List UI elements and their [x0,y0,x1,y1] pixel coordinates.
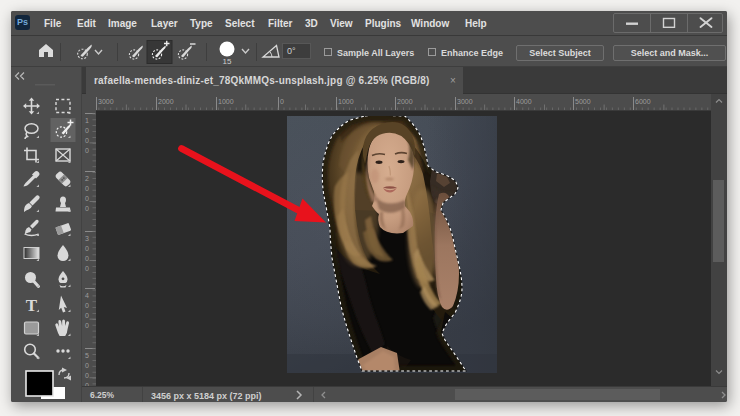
svg-text:0: 0 [85,185,89,192]
svg-text:3: 3 [85,235,89,242]
svg-text:0: 0 [85,322,89,329]
svg-text:1000: 1000 [338,98,354,105]
svg-text:0: 0 [85,205,89,212]
svg-text:0: 0 [85,245,89,252]
svg-text:0: 0 [85,195,89,202]
svg-text:0: 0 [85,255,89,262]
svg-text:0: 0 [85,302,89,309]
svg-text:0: 0 [85,127,89,134]
svg-text:0: 0 [280,98,284,105]
svg-text:4000: 4000 [516,98,532,105]
svg-text:2000: 2000 [397,98,413,105]
svg-text:6000: 6000 [635,98,651,105]
svg-text:0: 0 [85,137,89,144]
svg-text:3000: 3000 [457,98,473,105]
svg-text:5000: 5000 [575,98,591,105]
svg-text:3000: 3000 [98,98,114,105]
svg-text:1000: 1000 [218,98,234,105]
svg-text:0: 0 [85,147,89,154]
svg-text:0: 0 [85,265,89,272]
svg-text:2000: 2000 [158,98,174,105]
svg-text:0: 0 [85,362,89,369]
svg-text:2: 2 [85,175,89,182]
svg-text:1: 1 [85,117,89,124]
svg-text:0: 0 [85,312,89,319]
svg-text:0: 0 [85,372,89,379]
svg-text:5: 5 [85,352,89,359]
svg-text:15: 15 [223,57,232,66]
svg-text:4: 4 [85,292,89,299]
svg-text:T: T [26,296,38,315]
